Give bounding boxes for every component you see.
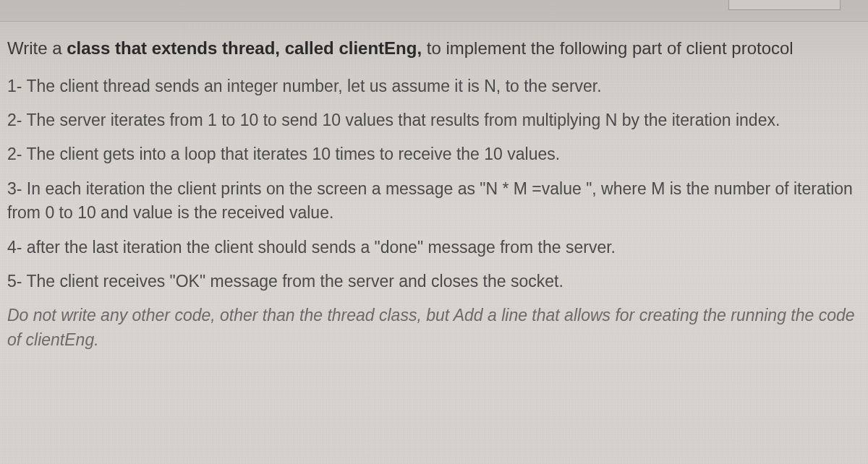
step-4: 3- In each iteration the client prints o… (7, 177, 861, 225)
step-1: 1- The client thread sends an integer nu… (7, 74, 861, 98)
footnote: Do not write any other code, other than … (7, 304, 861, 352)
intro-prefix: Write a (7, 38, 67, 58)
intro-suffix: to implement the following part of clien… (422, 38, 793, 58)
step-5: 4- after the last iteration the client s… (7, 236, 861, 259)
intro-paragraph: Write a class that extends thread, calle… (7, 36, 861, 61)
intro-bold: class that extends thread, called client… (67, 38, 422, 58)
document-content: Write a class that extends thread, calle… (7, 36, 861, 352)
step-3: 2- The client gets into a loop that iter… (7, 142, 861, 166)
top-right-box (728, 0, 841, 10)
step-6: 5- The client receives "OK" message from… (7, 270, 861, 293)
step-2: 2- The server iterates from 1 to 10 to s… (7, 108, 861, 132)
